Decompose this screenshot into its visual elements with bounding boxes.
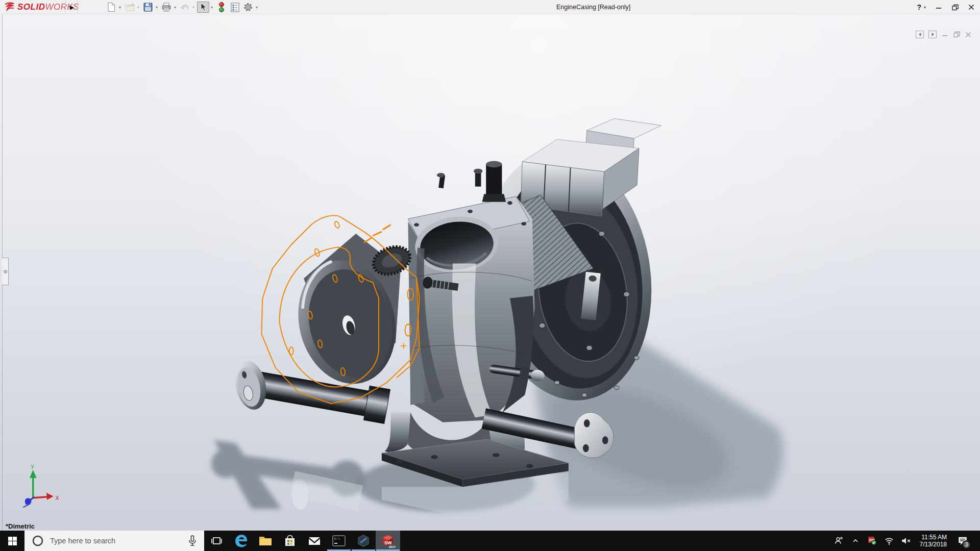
- restore-button[interactable]: [951, 4, 959, 11]
- separator: [78, 0, 78, 14]
- help-label: ?: [917, 3, 921, 11]
- document-window-controls: [916, 31, 972, 38]
- undo-button[interactable]: ▾: [178, 1, 197, 14]
- taskbar-app-command-prompt[interactable]: C:\: [327, 531, 351, 551]
- task-view-icon: [210, 535, 223, 547]
- dropdown-caret-icon[interactable]: ▾: [191, 5, 196, 10]
- print-button[interactable]: ▾: [160, 1, 178, 14]
- dropdown-caret-icon[interactable]: ▾: [924, 5, 926, 10]
- people-icon[interactable]: [832, 531, 845, 551]
- file-properties-button[interactable]: [228, 1, 241, 14]
- rebuild-traffic-light-icon: [215, 2, 228, 13]
- action-center-button[interactable]: 3: [954, 531, 971, 551]
- solidworks-app-icon: SW 2017: [380, 533, 396, 548]
- restore-icon: [952, 4, 959, 11]
- start-button[interactable]: [0, 531, 24, 551]
- store-icon: [283, 534, 297, 547]
- taskbar-app-mail[interactable]: [302, 531, 327, 551]
- taskbar-app-edrawings[interactable]: [351, 531, 376, 551]
- file-explorer-icon: [258, 534, 273, 547]
- titlebar: SOLIDWORKS ▶ ▾ ▾ ▾ ▾ ▾: [0, 0, 980, 14]
- dropdown-caret-icon[interactable]: ▾: [209, 5, 214, 10]
- restore-icon: [953, 31, 960, 38]
- triangle-right-icon: [930, 32, 935, 37]
- crankcase-block: [408, 161, 534, 422]
- tray-date: 7/13/2018: [920, 541, 947, 548]
- document-minimize-button[interactable]: [941, 31, 948, 38]
- brand-bold: SOLID: [17, 2, 45, 12]
- dropdown-caret-icon[interactable]: ▾: [154, 5, 159, 10]
- dropdown-caret-icon[interactable]: ▾: [254, 5, 259, 10]
- save-button[interactable]: ▾: [141, 1, 160, 14]
- dropdown-caret-icon[interactable]: ▾: [173, 5, 178, 10]
- help-button[interactable]: ? ▾: [917, 3, 926, 11]
- print-icon: [160, 2, 173, 13]
- command-prompt-icon: C:\: [332, 534, 346, 547]
- close-icon: [968, 4, 974, 10]
- cmd-prompt-text: C:\: [334, 537, 340, 541]
- sw-label: SW: [384, 540, 392, 545]
- document-close-button[interactable]: [965, 31, 972, 38]
- previous-document-button[interactable]: [916, 31, 924, 38]
- tray-clock[interactable]: 11:55 AM 7/13/2018: [916, 534, 950, 548]
- minimize-icon: [942, 32, 948, 38]
- taskbar-app-edge[interactable]: [229, 531, 253, 551]
- view-orientation-label: *Dimetric: [6, 522, 35, 530]
- mail-icon: [307, 534, 322, 547]
- triad-y-label: Y: [31, 464, 34, 470]
- task-view-button[interactable]: [204, 531, 229, 551]
- document-restore-button[interactable]: [953, 31, 960, 38]
- windows-logo-icon: [8, 537, 17, 545]
- tray-time: 11:55 AM: [920, 534, 947, 541]
- new-document-button[interactable]: ▾: [105, 1, 123, 14]
- notification-badge: 3: [962, 540, 971, 549]
- select-cursor-icon: [197, 2, 209, 13]
- open-button[interactable]: ▾: [123, 1, 141, 14]
- menu-flyout-button[interactable]: ▶: [67, 0, 77, 14]
- volume-muted-icon[interactable]: [899, 531, 913, 551]
- window-controls: ? ▾: [917, 0, 975, 14]
- triangle-left-icon: [918, 32, 922, 37]
- options-gear-icon: [242, 2, 254, 13]
- solidworks-tray-icon[interactable]: SW: [866, 531, 879, 551]
- chevron-up-icon[interactable]: [849, 531, 862, 551]
- window-title: EngineCasing [Read-only]: [556, 4, 630, 11]
- new-document-icon: [105, 2, 117, 13]
- windows-taskbar: C:\ SW 2017: [0, 531, 980, 551]
- taskbar-app-store[interactable]: [278, 531, 302, 551]
- rebuild-button[interactable]: [215, 1, 228, 14]
- taskbar-app-solidworks[interactable]: SW 2017: [376, 531, 400, 551]
- taskbar-apps: C:\ SW 2017: [204, 531, 400, 551]
- close-button[interactable]: [968, 4, 975, 11]
- microphone-icon[interactable]: [187, 535, 198, 547]
- graphics-area[interactable]: Y X *Dimetric: [0, 14, 980, 531]
- dropdown-caret-icon[interactable]: ▾: [136, 5, 141, 10]
- wifi-icon[interactable]: [883, 531, 896, 551]
- quick-access-toolbar: ▾ ▾ ▾ ▾ ▾ ▾: [105, 0, 260, 14]
- orientation-triad: Y X: [23, 464, 59, 507]
- save-icon: [142, 2, 154, 13]
- edrawings-hexagon-icon: [356, 534, 371, 548]
- minimize-button[interactable]: [935, 4, 942, 11]
- minimize-icon: [936, 4, 942, 10]
- close-icon: [965, 32, 971, 38]
- search-input[interactable]: [50, 537, 178, 545]
- sw-year-label: 2017: [389, 545, 396, 548]
- cortana-icon: [32, 535, 44, 547]
- edge-icon: [233, 533, 249, 548]
- options-button[interactable]: ▾: [241, 1, 260, 14]
- open-icon: [124, 2, 136, 13]
- separator: [65, 0, 66, 14]
- next-document-button[interactable]: [928, 31, 937, 38]
- taskbar-search[interactable]: [24, 531, 204, 551]
- engine-casing-model: Y X: [0, 14, 980, 531]
- solidworks-swoosh-icon: [4, 2, 15, 12]
- dropdown-caret-icon[interactable]: ▾: [117, 5, 122, 10]
- triad-x-label: X: [56, 495, 59, 501]
- taskbar-app-file-explorer[interactable]: [253, 531, 278, 551]
- undo-icon: [179, 2, 191, 13]
- file-properties-icon: [229, 2, 241, 13]
- select-button[interactable]: ▾: [197, 1, 215, 14]
- system-tray: SW 11:55 AM 7/13/2018 3: [832, 531, 980, 551]
